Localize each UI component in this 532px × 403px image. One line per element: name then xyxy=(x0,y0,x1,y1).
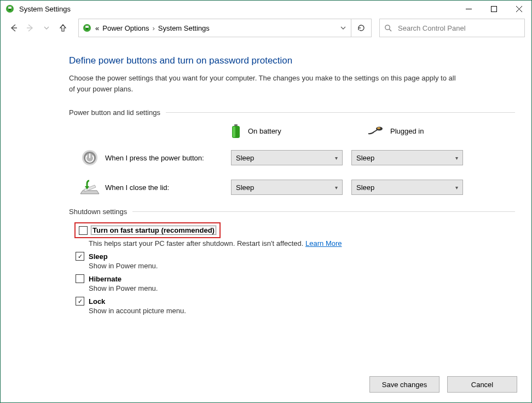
checkbox-label: Hibernate xyxy=(89,275,122,283)
checkbox-description: Show in Power menu. xyxy=(89,262,515,270)
address-bar[interactable]: « Power Options › System Settings xyxy=(78,19,372,37)
battery-icon xyxy=(230,123,241,139)
checkbox-label: Lock xyxy=(89,297,105,306)
power-options-icon xyxy=(82,23,92,33)
chevron-right-icon: › xyxy=(153,24,155,32)
checkbox-item-sleep: ✓ Sleep Show in Power menu. xyxy=(76,252,515,270)
maximize-button[interactable] xyxy=(481,1,506,17)
content-area: Define power buttons and turn on passwor… xyxy=(1,39,531,315)
svg-rect-1 xyxy=(8,7,11,9)
dropdown-lid-plugged[interactable]: Sleep ▾ xyxy=(351,180,463,195)
section-title-label: Power button and lid settings xyxy=(69,108,160,117)
power-options-icon xyxy=(5,4,15,14)
recent-locations-button[interactable] xyxy=(40,21,53,34)
svg-rect-11 xyxy=(86,28,88,30)
column-headers: On battery Plugged in xyxy=(230,123,515,139)
row-close-lid: When I close the lid: Sleep ▾ Sleep ▾ xyxy=(79,178,515,197)
checkbox-description: Show in Power menu. xyxy=(89,284,515,292)
page-heading: Define power buttons and turn on passwor… xyxy=(69,55,515,66)
titlebar: System Settings xyxy=(1,1,531,17)
forward-button[interactable] xyxy=(24,21,37,34)
address-dropdown-button[interactable] xyxy=(336,19,351,37)
minimize-button[interactable] xyxy=(456,1,481,17)
column-label: On battery xyxy=(248,127,281,135)
chevron-down-icon: ▾ xyxy=(455,185,458,191)
column-on-battery: On battery xyxy=(230,123,329,139)
section-divider xyxy=(166,112,515,113)
section-title-label: Shutdown settings xyxy=(69,208,127,216)
row-label: When I close the lid: xyxy=(105,183,231,192)
search-icon xyxy=(384,24,392,32)
svg-point-18 xyxy=(377,127,380,129)
navigation-row: « Power Options › System Settings xyxy=(1,17,531,39)
checkbox-label: Turn on fast startup (recommended) xyxy=(91,226,216,235)
address-bar-path[interactable]: « Power Options › System Settings xyxy=(79,23,336,33)
refresh-button[interactable] xyxy=(351,19,371,37)
checkbox-hibernate[interactable] xyxy=(76,274,84,283)
dropdown-power-button-battery[interactable]: Sleep ▾ xyxy=(231,150,343,165)
section-divider xyxy=(132,211,515,212)
chevron-down-icon: ▾ xyxy=(335,155,338,161)
shutdown-section: Shutdown settings Turn on fast startup (… xyxy=(69,208,515,315)
checkbox-label: Sleep xyxy=(89,252,108,261)
footer-buttons: Save changes Cancel xyxy=(369,376,517,393)
window: System Settings xyxy=(0,0,532,403)
checkbox-item-lock: ✓ Lock Show in account picture menu. xyxy=(76,297,515,315)
column-plugged-in: Plugged in xyxy=(367,126,466,135)
breadcrumb[interactable]: « Power Options › System Settings xyxy=(95,24,210,32)
section-title-power: Power button and lid settings xyxy=(69,108,515,117)
search-placeholder: Search Control Panel xyxy=(398,24,466,32)
svg-point-12 xyxy=(385,25,390,29)
svg-rect-4 xyxy=(491,6,496,11)
plug-icon xyxy=(367,126,384,135)
dropdown-value: Sleep xyxy=(236,154,254,162)
fast-startup-highlight: Turn on fast startup (recommended) xyxy=(74,222,221,238)
laptop-lid-icon xyxy=(79,178,101,197)
window-title: System Settings xyxy=(19,5,71,13)
chevron-down-icon: ▾ xyxy=(455,155,458,161)
learn-more-link[interactable]: Learn More xyxy=(305,239,342,247)
checkbox-fast-startup[interactable] xyxy=(79,226,88,235)
breadcrumb-prefix: « xyxy=(95,24,99,32)
cancel-button[interactable]: Cancel xyxy=(447,376,517,393)
dropdown-value: Sleep xyxy=(356,154,374,162)
power-button-icon xyxy=(79,148,101,167)
breadcrumb-item[interactable]: System Settings xyxy=(158,24,210,32)
svg-line-13 xyxy=(389,29,391,31)
save-changes-button[interactable]: Save changes xyxy=(369,376,440,393)
description-text: This helps start your PC faster after sh… xyxy=(89,239,305,247)
dropdown-power-button-plugged[interactable]: Sleep ▾ xyxy=(351,150,463,165)
up-button[interactable] xyxy=(56,21,70,34)
search-input[interactable]: Search Control Panel xyxy=(379,19,525,37)
svg-rect-14 xyxy=(234,124,238,126)
fast-startup-description: This helps start your PC faster after sh… xyxy=(89,239,515,247)
checkbox-sleep[interactable]: ✓ xyxy=(76,252,84,261)
column-label: Plugged in xyxy=(390,127,424,135)
window-controls xyxy=(456,1,531,17)
row-label: When I press the power button: xyxy=(105,154,231,162)
section-title-shutdown: Shutdown settings xyxy=(69,208,515,216)
back-button[interactable] xyxy=(7,21,20,34)
row-power-button: When I press the power button: Sleep ▾ S… xyxy=(79,148,515,167)
checkbox-description: Show in account picture menu. xyxy=(89,307,515,315)
svg-rect-10 xyxy=(85,26,89,28)
breadcrumb-item[interactable]: Power Options xyxy=(102,24,149,32)
svg-rect-2 xyxy=(9,9,11,10)
checkbox-lock[interactable]: ✓ xyxy=(76,297,84,306)
dropdown-value: Sleep xyxy=(356,183,374,192)
svg-rect-16 xyxy=(233,126,235,137)
dropdown-lid-battery[interactable]: Sleep ▾ xyxy=(231,180,343,195)
dropdown-value: Sleep xyxy=(236,183,254,192)
checkbox-item-hibernate: Hibernate Show in Power menu. xyxy=(76,274,515,292)
close-button[interactable] xyxy=(506,1,531,17)
page-intro: Choose the power settings that you want … xyxy=(69,73,463,94)
chevron-down-icon: ▾ xyxy=(335,185,338,191)
